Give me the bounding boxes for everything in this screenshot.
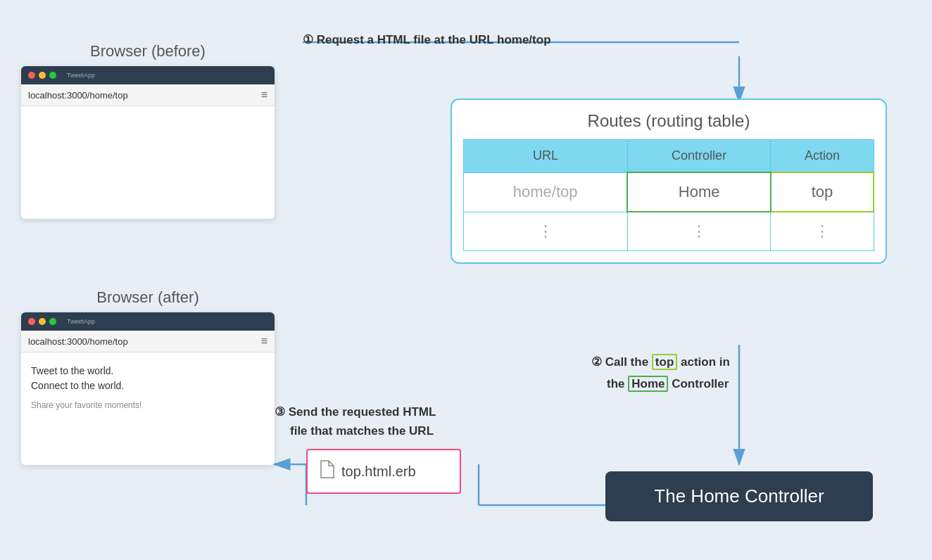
- diagram-container: Browser (before) TweetApp localhost:3000…: [0, 0, 932, 560]
- tweet-sub: Share your favorite moments!: [31, 400, 265, 410]
- browser-before-url: localhost:3000/home/top: [28, 90, 128, 101]
- dot-green-after: [49, 318, 56, 325]
- browser-before-window: TweetApp localhost:3000/home/top ≡: [21, 66, 275, 219]
- cell-ellipsis-1: ⋮: [464, 212, 628, 251]
- step-2-text-before: Call the: [602, 355, 652, 369]
- col-url: URL: [464, 140, 628, 173]
- step-3-label: ③ Send the requested HTML file that matc…: [275, 402, 436, 440]
- routes-ellipsis-row: ⋮ ⋮ ⋮: [464, 212, 874, 251]
- browser-before-app-name: TweetApp: [67, 72, 95, 79]
- browser-after-label: Browser (after): [21, 288, 275, 307]
- routes-header-row: URL Controller Action: [464, 140, 874, 173]
- browser-after-addressbar: localhost:3000/home/top ≡: [21, 331, 275, 352]
- dot-green: [49, 72, 56, 79]
- home-controller-text: The Home Controller: [654, 485, 824, 507]
- cell-top: top: [771, 172, 874, 212]
- step-2-highlight-top: top: [652, 354, 677, 370]
- browser-before: Browser (before) TweetApp localhost:3000…: [21, 42, 275, 219]
- browser-before-titlebar: TweetApp: [21, 66, 275, 84]
- step-3-circle: ③: [275, 405, 285, 419]
- file-icon: [319, 460, 334, 483]
- browser-after-url: localhost:3000/home/top: [28, 336, 128, 347]
- step-1-label: ① Request a HTML file at the URL home/to…: [303, 32, 551, 47]
- step-2-circle: ②: [591, 355, 602, 369]
- browser-before-addressbar: localhost:3000/home/top ≡: [21, 84, 275, 106]
- step-2-text-middle2: the: [607, 377, 628, 390]
- step-2-text-middle: action in: [677, 355, 730, 369]
- step-2-label: ② Call the top action in the Home Contro…: [591, 352, 730, 395]
- dot-yellow: [39, 72, 46, 79]
- browser-before-label: Browser (before): [21, 42, 275, 61]
- browser-after-content: Tweet to the world. Connect to the world…: [21, 352, 275, 465]
- step-1-circle: ①: [303, 33, 313, 46]
- file-name: top.html.erb: [341, 464, 416, 480]
- step-3-text: Send the requested HTML: [285, 405, 436, 419]
- step-3-text2: file that matches the URL: [290, 424, 434, 438]
- tweet-line1: Tweet to the world. Connect to the world…: [31, 364, 265, 393]
- browser-after-titlebar: TweetApp: [21, 312, 275, 331]
- cell-ellipsis-3: ⋮: [771, 212, 874, 251]
- file-box: top.html.erb: [306, 449, 461, 494]
- cell-ellipsis-2: ⋮: [627, 212, 771, 251]
- routes-title: Routes (routing table): [463, 111, 874, 131]
- step-2-highlight-home: Home: [628, 376, 668, 392]
- col-action: Action: [771, 140, 874, 173]
- routes-box: Routes (routing table) URL Controller Ac…: [451, 98, 887, 264]
- dot-yellow-after: [39, 318, 46, 325]
- cell-hometop: home/top: [464, 172, 628, 212]
- browser-before-content: [21, 106, 275, 219]
- dot-red-after: [28, 318, 35, 325]
- step-1-text: Request a HTML file at the URL home/top: [313, 33, 551, 46]
- step-2-text-after: Controller: [668, 377, 729, 390]
- cell-home: Home: [627, 172, 771, 212]
- menu-icon: ≡: [261, 89, 267, 101]
- browser-after: Browser (after) TweetApp localhost:3000/…: [21, 288, 275, 465]
- dot-red: [28, 72, 35, 79]
- routes-table: URL Controller Action home/top Home top …: [463, 139, 874, 251]
- col-controller: Controller: [627, 140, 771, 173]
- browser-after-app-name: TweetApp: [67, 318, 95, 325]
- routes-data-row: home/top Home top: [464, 172, 874, 212]
- home-controller-box: The Home Controller: [605, 471, 873, 521]
- browser-after-window: TweetApp localhost:3000/home/top ≡ Tweet…: [21, 312, 275, 465]
- menu-icon-after: ≡: [261, 335, 267, 348]
